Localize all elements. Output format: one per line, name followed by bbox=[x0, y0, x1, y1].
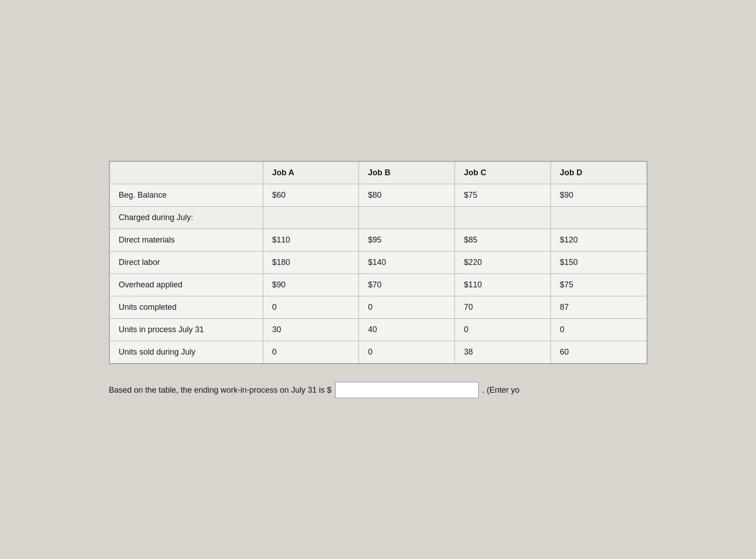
question-suffix: . (Enter yo bbox=[482, 386, 520, 395]
table-row: Units sold during July003860 bbox=[109, 341, 647, 364]
row-2-jobA: $110 bbox=[263, 229, 359, 251]
row-5-jobA: 0 bbox=[263, 296, 359, 319]
table-row: Units completed007087 bbox=[109, 296, 647, 319]
col-header-job-c: Job C bbox=[455, 162, 551, 184]
row-6-jobB: 40 bbox=[359, 319, 455, 341]
row-5-jobC: 70 bbox=[455, 296, 551, 319]
row-5-jobB: 0 bbox=[359, 296, 455, 319]
row-3-jobA: $180 bbox=[263, 251, 359, 274]
row-4-jobC: $110 bbox=[455, 274, 551, 296]
row-2-jobC: $85 bbox=[455, 229, 551, 251]
row-1-jobA bbox=[263, 207, 359, 229]
table-row: Direct materials$110$95$85$120 bbox=[109, 229, 647, 251]
row-label-3: Direct labor bbox=[109, 251, 263, 274]
row-7-jobA: 0 bbox=[263, 341, 359, 364]
row-5-jobD: 87 bbox=[551, 296, 647, 319]
col-header-job-b: Job B bbox=[359, 162, 455, 184]
row-2-jobB: $95 bbox=[359, 229, 455, 251]
row-label-4: Overhead applied bbox=[109, 274, 263, 296]
row-label-6: Units in process July 31 bbox=[109, 319, 263, 341]
row-4-jobB: $70 bbox=[359, 274, 455, 296]
row-6-jobA: 30 bbox=[263, 319, 359, 341]
row-label-5: Units completed bbox=[109, 296, 263, 319]
job-cost-table: Job A Job B Job C Job D Beg. Balance$60$… bbox=[109, 161, 647, 364]
row-7-jobD: 60 bbox=[551, 341, 647, 364]
row-2-jobD: $120 bbox=[551, 229, 647, 251]
table-row: Units in process July 31304000 bbox=[109, 319, 647, 341]
row-0-jobA: $60 bbox=[263, 184, 359, 207]
table-row: Beg. Balance$60$80$75$90 bbox=[109, 184, 647, 207]
data-table-wrapper: Job A Job B Job C Job D Beg. Balance$60$… bbox=[109, 161, 647, 364]
col-header-job-d: Job D bbox=[551, 162, 647, 184]
row-7-jobB: 0 bbox=[359, 341, 455, 364]
row-label-7: Units sold during July bbox=[109, 341, 263, 364]
question-prefix: Based on the table, the ending work-in-p… bbox=[109, 386, 332, 395]
question-area: Based on the table, the ending work-in-p… bbox=[109, 382, 520, 398]
page-container: Job A Job B Job C Job D Beg. Balance$60$… bbox=[109, 161, 647, 398]
row-3-jobD: $150 bbox=[551, 251, 647, 274]
table-row: Overhead applied$90$70$110$75 bbox=[109, 274, 647, 296]
table-row: Charged during July: bbox=[109, 207, 647, 229]
col-header-label bbox=[109, 162, 263, 184]
row-7-jobC: 38 bbox=[455, 341, 551, 364]
row-label-0: Beg. Balance bbox=[109, 184, 263, 207]
row-3-jobC: $220 bbox=[455, 251, 551, 274]
row-0-jobD: $90 bbox=[551, 184, 647, 207]
row-0-jobB: $80 bbox=[359, 184, 455, 207]
table-header-row: Job A Job B Job C Job D bbox=[109, 162, 647, 184]
row-4-jobA: $90 bbox=[263, 274, 359, 296]
row-0-jobC: $75 bbox=[455, 184, 551, 207]
row-1-jobC bbox=[455, 207, 551, 229]
table-row: Direct labor$180$140$220$150 bbox=[109, 251, 647, 274]
row-6-jobD: 0 bbox=[551, 319, 647, 341]
row-6-jobC: 0 bbox=[455, 319, 551, 341]
row-1-jobD bbox=[551, 207, 647, 229]
row-label-1: Charged during July: bbox=[109, 207, 263, 229]
row-3-jobB: $140 bbox=[359, 251, 455, 274]
row-4-jobD: $75 bbox=[551, 274, 647, 296]
row-1-jobB bbox=[359, 207, 455, 229]
row-label-2: Direct materials bbox=[109, 229, 263, 251]
answer-input[interactable] bbox=[335, 382, 479, 398]
col-header-job-a: Job A bbox=[263, 162, 359, 184]
